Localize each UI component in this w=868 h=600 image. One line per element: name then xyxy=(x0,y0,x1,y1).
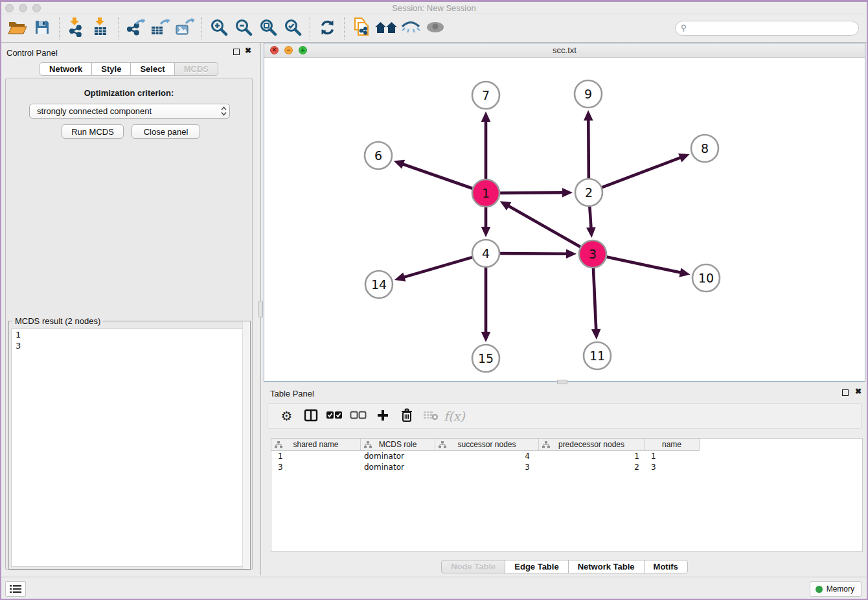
column-header-successor-nodes[interactable]: successor nodes xyxy=(435,439,539,451)
graph-node[interactable]: 11 xyxy=(584,342,611,369)
graph-node-label: 14 xyxy=(371,277,387,292)
main-toolbar: ⚲ xyxy=(0,14,868,43)
column-label: successor nodes xyxy=(457,440,516,449)
delete-column-button[interactable] xyxy=(394,405,418,427)
function-builder-button[interactable]: f(x) xyxy=(442,405,466,427)
show-network-view-button[interactable] xyxy=(423,16,448,41)
column-tree-icon xyxy=(439,441,446,450)
column-label: name xyxy=(662,440,681,449)
search-box: ⚲ xyxy=(675,21,859,36)
graph-edge[interactable] xyxy=(481,111,491,179)
tab-mcds[interactable]: MCDS xyxy=(174,62,218,76)
toolbar-separator xyxy=(201,17,202,40)
graph-edge[interactable] xyxy=(481,207,491,237)
column-header-predecessor-nodes[interactable]: predecessor nodes xyxy=(539,439,645,451)
table-row[interactable]: 3dominator323 xyxy=(271,462,862,473)
graph-node[interactable]: 9 xyxy=(575,80,602,108)
table-cell: dominator xyxy=(361,451,435,462)
show-network-home-button[interactable] xyxy=(374,16,398,41)
result-scrollbar[interactable] xyxy=(242,321,250,569)
export-table-button[interactable] xyxy=(148,16,172,41)
graph-node-label: 6 xyxy=(374,148,382,163)
zoom-fit-icon xyxy=(259,18,277,38)
search-input[interactable] xyxy=(675,21,859,36)
memory-button[interactable]: Memory xyxy=(810,581,862,597)
tab-select[interactable]: Select xyxy=(130,62,174,76)
graph-edge[interactable] xyxy=(602,154,690,187)
settings-button[interactable]: ⚙ xyxy=(275,405,299,427)
tab-node-table[interactable]: Node Table xyxy=(441,560,505,573)
optimization-criterion-select[interactable]: strongly connected component xyxy=(29,104,230,119)
mcds-result-fieldset: MCDS result (2 nodes) 13 xyxy=(8,321,251,570)
graph-node[interactable]: 6 xyxy=(365,142,392,169)
graph-edge[interactable] xyxy=(500,249,577,259)
graph-edge[interactable] xyxy=(394,257,472,281)
table-row[interactable]: 1dominator411 xyxy=(271,451,862,462)
open-session-button[interactable] xyxy=(5,16,30,41)
table-cell: 3 xyxy=(645,462,700,473)
export-network-button[interactable] xyxy=(123,16,148,41)
save-session-button[interactable] xyxy=(30,16,54,41)
criterion-selected-value: strongly connected component xyxy=(30,106,218,116)
split-columns-button[interactable] xyxy=(299,405,323,427)
graph-node[interactable]: 2 xyxy=(575,179,602,206)
control-panel-float-button[interactable] xyxy=(233,49,240,55)
deselect-all-checkboxes-button[interactable] xyxy=(347,405,371,427)
import-table-button[interactable] xyxy=(89,16,113,41)
tab-motifs[interactable]: Motifs xyxy=(644,560,688,573)
graph-node[interactable]: 10 xyxy=(692,264,720,292)
select-all-checkboxes-button[interactable] xyxy=(323,405,347,427)
node-table: shared name MCDS role successor nodes pr… xyxy=(271,438,863,552)
tab-network[interactable]: Network xyxy=(40,62,92,76)
column-tree-icon xyxy=(542,441,550,450)
delete-column-icon xyxy=(400,408,413,424)
tab-network-table[interactable]: Network Table xyxy=(568,560,645,573)
graph-edge[interactable] xyxy=(607,257,691,277)
export-image-button[interactable] xyxy=(172,16,197,41)
table-panel-float-button[interactable] xyxy=(842,389,849,396)
graph-node[interactable]: 8 xyxy=(691,135,718,162)
refresh-view-button[interactable] xyxy=(315,16,339,41)
run-mcds-button[interactable]: Run MCDS xyxy=(62,124,124,139)
graph-node[interactable]: 1 xyxy=(472,179,499,207)
zoom-fit-button[interactable] xyxy=(256,16,280,41)
graph-node[interactable]: 15 xyxy=(472,345,499,372)
zoom-in-button[interactable] xyxy=(207,16,231,41)
column-header-shared-name[interactable]: shared name xyxy=(271,439,361,451)
delete-table-button[interactable] xyxy=(418,405,442,427)
settings-icon: ⚙ xyxy=(281,408,293,424)
graph-svg[interactable]: 7968124314101511 xyxy=(264,58,865,381)
export-table-icon xyxy=(150,18,170,38)
table-panel-close-button[interactable]: ✖ xyxy=(855,387,862,396)
save-session-icon xyxy=(34,19,51,38)
graph-node[interactable]: 3 xyxy=(579,240,606,268)
graph-edge[interactable] xyxy=(591,268,601,340)
graph-node-label: 8 xyxy=(701,141,709,156)
graph-node[interactable]: 14 xyxy=(365,271,393,298)
graph-edge[interactable] xyxy=(586,207,596,238)
graph-edge[interactable] xyxy=(481,268,491,342)
graph-edge[interactable] xyxy=(584,110,593,178)
zoom-out-button[interactable] xyxy=(231,16,256,41)
import-network-button[interactable] xyxy=(64,16,89,41)
tab-edge-table[interactable]: Edge Table xyxy=(505,560,568,573)
duplicate-network-view-button[interactable] xyxy=(349,16,374,41)
hide-network-view-button[interactable] xyxy=(398,16,423,41)
network-canvas[interactable]: 7968124314101511 xyxy=(264,58,865,381)
tab-style[interactable]: Style xyxy=(91,62,131,76)
close-panel-button[interactable]: Close panel xyxy=(131,124,200,139)
add-column-button[interactable] xyxy=(371,405,394,427)
column-header-mcds-role[interactable]: MCDS role xyxy=(361,439,435,451)
graph-node[interactable]: 4 xyxy=(472,240,499,267)
zoom-selected-button[interactable] xyxy=(280,16,305,41)
control-panel-close-button[interactable]: ✖ xyxy=(245,46,251,55)
graph-edge[interactable] xyxy=(394,160,473,189)
graph-edge[interactable] xyxy=(500,201,580,247)
column-header-name[interactable]: name xyxy=(645,439,700,451)
column-label: predecessor nodes xyxy=(558,440,624,449)
mcds-result-list[interactable]: 13 xyxy=(11,329,248,567)
graph-edge[interactable] xyxy=(500,188,573,198)
graph-node[interactable]: 7 xyxy=(472,82,499,109)
vertical-splitter-handle[interactable] xyxy=(258,301,263,317)
task-history-button[interactable] xyxy=(5,581,26,597)
